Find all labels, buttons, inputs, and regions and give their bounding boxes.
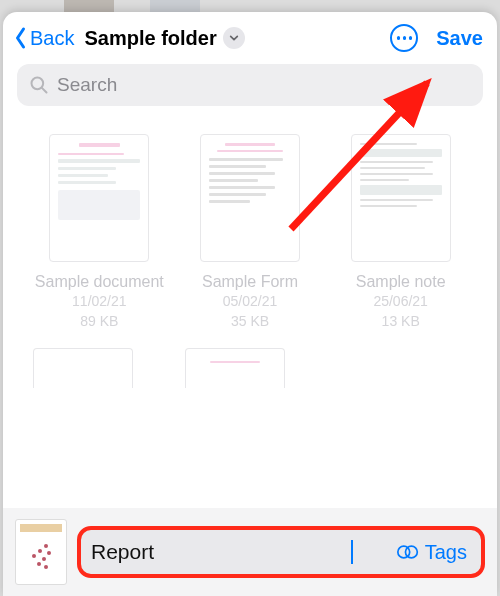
svg-point-4: [405, 546, 417, 558]
svg-line-1: [42, 88, 47, 93]
file-item[interactable]: Sample Form 05/02/21 35 KB: [184, 134, 317, 330]
file-item[interactable]: Sample note 25/06/21 13 KB: [334, 134, 467, 330]
back-label: Back: [30, 27, 74, 50]
back-button[interactable]: Back: [13, 26, 74, 50]
file-size: 13 KB: [382, 313, 420, 331]
tags-button[interactable]: Tags: [397, 541, 467, 564]
file-grid: Sample document 11/02/21 89 KB Sample Fo…: [3, 116, 497, 330]
tags-label: Tags: [425, 541, 467, 564]
filename-bar: Tags: [3, 508, 497, 596]
file-thumbnail: [351, 134, 451, 262]
save-button[interactable]: Save: [436, 27, 483, 50]
file-date: 11/02/21: [72, 293, 127, 311]
save-file-sheet: Back Sample folder Save: [3, 12, 497, 596]
file-thumbnail: [200, 134, 300, 262]
nav-bar: Back Sample folder Save: [3, 12, 497, 60]
filename-input[interactable]: [91, 540, 353, 564]
tags-icon: [397, 543, 419, 561]
file-size: 89 KB: [80, 313, 118, 331]
file-thumbnail: [49, 134, 149, 262]
folder-title: Sample folder: [84, 27, 216, 50]
folder-picker-button[interactable]: [223, 27, 245, 49]
ellipsis-icon: [397, 36, 413, 40]
chevron-down-icon: [229, 33, 239, 43]
file-thumbnail-partial[interactable]: [185, 348, 285, 388]
file-name: Sample document: [35, 272, 164, 291]
search-icon: [29, 75, 49, 95]
new-file-thumbnail: [15, 519, 67, 585]
file-name: Sample note: [356, 272, 446, 291]
search-field[interactable]: [17, 64, 483, 106]
search-input[interactable]: [57, 74, 471, 96]
file-date: 05/02/21: [223, 293, 278, 311]
text-cursor: [351, 540, 353, 564]
filename-field-highlight: Tags: [77, 526, 485, 578]
file-size: 35 KB: [231, 313, 269, 331]
file-item[interactable]: Sample document 11/02/21 89 KB: [33, 134, 166, 330]
file-date: 25/06/21: [373, 293, 428, 311]
file-name: Sample Form: [202, 272, 298, 291]
file-thumbnail-partial[interactable]: [33, 348, 133, 388]
chevron-left-icon: [13, 26, 28, 50]
more-options-button[interactable]: [390, 24, 418, 52]
